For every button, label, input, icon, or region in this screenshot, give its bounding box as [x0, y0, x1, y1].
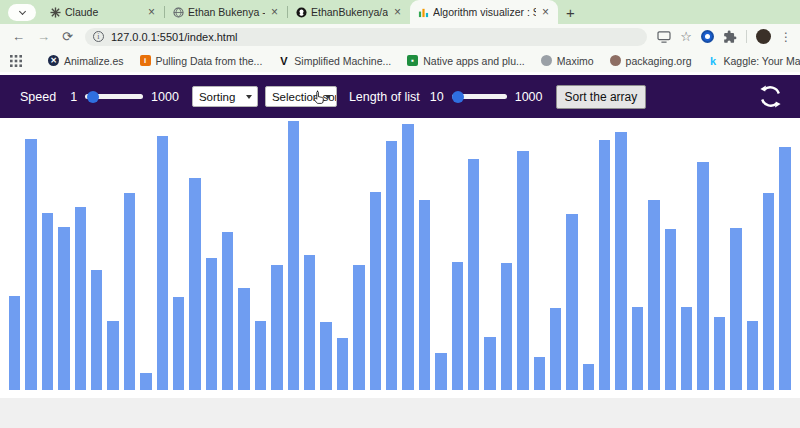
array-bar [550, 308, 561, 390]
array-bar [75, 207, 86, 390]
address-bar-actions: ☆ ⋮ [657, 29, 800, 44]
tab-search-button[interactable] [8, 4, 36, 21]
globe-icon [172, 6, 184, 18]
array-bar [419, 200, 430, 390]
menu-kebab-icon[interactable]: ⋮ [780, 30, 792, 44]
tab-title: EthanBukenya/algorithm-visual... [311, 6, 388, 18]
extension-blue-icon[interactable] [701, 30, 714, 43]
array-bar [566, 214, 577, 390]
array-bar [320, 322, 331, 390]
bookmark-item[interactable]: kKaggle: Your Machi... [708, 55, 800, 67]
divider [746, 30, 747, 43]
bookmark-item[interactable]: iPulling Data from the... [140, 55, 263, 67]
tab-4[interactable]: Algorithm visualizer : Sorting, Bi...× [410, 0, 558, 24]
array-bar [763, 193, 774, 390]
sort-array-button[interactable]: Sort the array [556, 85, 647, 109]
array-bar [337, 338, 348, 390]
regenerate-array-icon[interactable] [757, 83, 784, 110]
array-bar [288, 121, 299, 390]
length-slider[interactable] [452, 94, 507, 99]
bookmark-item[interactable]: ▪Native apps and plu... [407, 55, 525, 67]
bookmark-item[interactable]: VSimplified Machine... [278, 55, 391, 67]
array-bar [157, 136, 168, 390]
array-bar [452, 262, 463, 390]
extensions-puzzle-icon[interactable] [723, 30, 737, 44]
bookmark-star-icon[interactable]: ☆ [680, 29, 692, 44]
array-bar [206, 258, 217, 390]
array-bar [386, 141, 397, 390]
algorithm-select[interactable]: Selection sort [265, 86, 337, 107]
array-bar [42, 213, 53, 390]
length-label: Length of list [349, 90, 420, 104]
array-bar [189, 178, 200, 390]
array-bar [583, 364, 594, 390]
url-bar[interactable]: i 127.0.0.1:5501/index.html [85, 28, 647, 46]
tan-glyph-icon [610, 55, 621, 66]
array-bar [435, 353, 446, 390]
array-bar [484, 337, 495, 390]
length-min-label: 10 [430, 90, 444, 104]
forward-icon[interactable]: → [37, 29, 50, 44]
close-icon[interactable]: × [269, 5, 280, 19]
bookmark-item[interactable]: ✕Animalize.es [48, 55, 124, 67]
close-icon[interactable]: × [540, 5, 551, 19]
bookmarks-bar: ✕Animalize.esiPulling Data from the...VS… [0, 49, 800, 72]
browser-window: Claude×Ethan Bukenya - Portfolio | Jour.… [0, 0, 800, 428]
profile-avatar[interactable] [756, 29, 771, 44]
close-icon[interactable]: × [146, 5, 157, 19]
array-bar [238, 288, 249, 390]
array-bar [534, 357, 545, 390]
category-select[interactable]: Sorting [192, 86, 258, 107]
category-select-value: Sorting [199, 91, 235, 103]
tab-title: Claude [65, 6, 142, 18]
array-bar [370, 192, 381, 390]
array-bar [517, 151, 528, 390]
array-bar [468, 159, 479, 390]
tab-1[interactable]: Claude× [42, 0, 164, 24]
bookmark-item[interactable]: packaging.org [610, 55, 692, 67]
array-bar [304, 255, 315, 390]
tab-3[interactable]: EthanBukenya/algorithm-visual...× [288, 0, 410, 24]
array-bar [747, 321, 758, 390]
array-bar [271, 265, 282, 390]
address-bar-row: ← → ⟳ i 127.0.0.1:5501/index.html ☆ ⋮ [0, 24, 800, 49]
green-square-icon: ▪ [407, 55, 418, 66]
tab-title: Algorithm visualizer : Sorting, Bi... [433, 6, 536, 18]
bookmark-item[interactable]: Maximo [541, 55, 594, 67]
close-icon[interactable]: × [392, 5, 403, 19]
back-icon[interactable]: ← [12, 29, 25, 44]
tab-strip: Claude×Ethan Bukenya - Portfolio | Jour.… [0, 0, 800, 24]
apps-grid-icon[interactable] [10, 55, 22, 67]
reload-icon[interactable]: ⟳ [62, 29, 73, 44]
speed-slider[interactable] [85, 94, 143, 99]
site-info-icon[interactable]: i [93, 31, 104, 42]
bookmark-label: Simplified Machine... [294, 55, 391, 67]
speed-slider-thumb[interactable] [87, 91, 99, 103]
array-bar [25, 139, 36, 390]
length-max-label: 1000 [515, 90, 543, 104]
array-bar [58, 227, 69, 390]
array-bar [615, 132, 626, 390]
length-slider-thumb[interactable] [452, 91, 464, 103]
speed-max-label: 1000 [151, 90, 179, 104]
array-bar [779, 147, 790, 390]
array-bar [501, 263, 512, 390]
dark-circle-icon: ✕ [48, 55, 59, 66]
bookmark-label: Pulling Data from the... [156, 55, 263, 67]
tab-2[interactable]: Ethan Bukenya - Portfolio | Jour...× [165, 0, 287, 24]
array-bars-chart [0, 118, 800, 390]
array-bar [173, 297, 184, 390]
bookmark-label: Native apps and plu... [423, 55, 525, 67]
url-text: 127.0.0.1:5501/index.html [111, 31, 238, 43]
array-bar [353, 265, 364, 390]
bookmark-label: Animalize.es [64, 55, 124, 67]
array-bar [730, 228, 741, 390]
kaggle-k-icon: k [708, 55, 719, 66]
footer-strip [0, 398, 800, 428]
array-bar [255, 321, 266, 390]
gray-glyph-icon [541, 55, 552, 66]
array-bar [402, 124, 413, 390]
new-tab-button[interactable]: + [566, 4, 575, 21]
send-to-device-icon[interactable] [657, 31, 671, 43]
array-bar [648, 200, 659, 390]
